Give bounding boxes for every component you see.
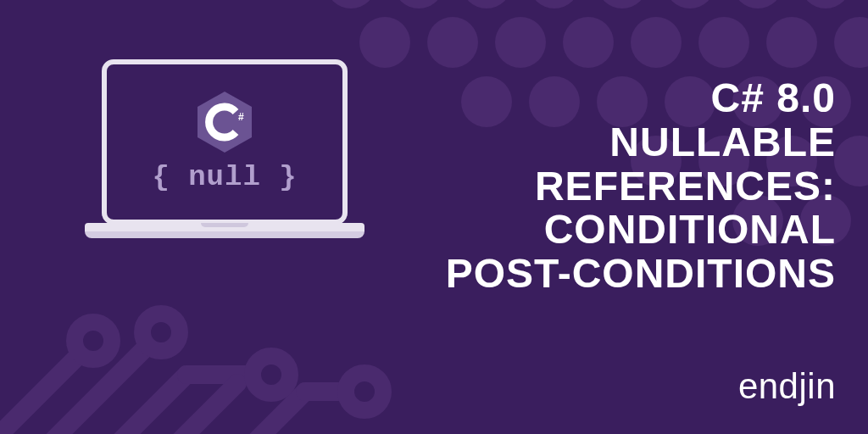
svg-point-35	[75, 322, 112, 359]
svg-point-3	[529, 0, 580, 8]
svg-point-14	[766, 17, 817, 68]
laptop-screen: # { null }	[102, 59, 348, 225]
title-line-2: NULLABLE	[446, 120, 836, 164]
title-block: C# 8.0 NULLABLE REFERENCES: CONDITIONAL …	[446, 76, 836, 296]
title-line-3: REFERENCES:	[446, 164, 836, 209]
svg-point-38	[346, 373, 383, 410]
svg-point-11	[563, 17, 614, 68]
title-line-5: POST-CONDITIONS	[446, 252, 836, 296]
svg-point-6	[732, 0, 783, 8]
laptop-illustration: # { null }	[81, 59, 369, 263]
svg-point-4	[597, 0, 648, 8]
brand-logo: endjin	[738, 366, 836, 407]
svg-point-10	[495, 17, 546, 68]
csharp-icon: #	[198, 92, 252, 153]
svg-point-7	[800, 0, 851, 8]
svg-point-1	[393, 0, 444, 8]
svg-point-36	[142, 314, 180, 351]
laptop-base	[85, 223, 364, 231]
svg-point-9	[427, 17, 478, 68]
svg-point-37	[253, 356, 290, 393]
svg-point-13	[698, 17, 749, 68]
laptop-base-shadow	[85, 231, 364, 238]
svg-point-15	[834, 17, 868, 68]
svg-point-5	[665, 0, 715, 8]
svg-point-12	[631, 17, 682, 68]
svg-point-25	[834, 136, 868, 186]
svg-point-0	[326, 0, 376, 8]
svg-point-2	[461, 0, 512, 8]
svg-text:#: #	[238, 111, 244, 123]
title-line-4: CONDITIONAL	[446, 208, 836, 252]
title-line-1: C# 8.0	[446, 76, 836, 120]
null-code-text: { null }	[152, 161, 297, 193]
